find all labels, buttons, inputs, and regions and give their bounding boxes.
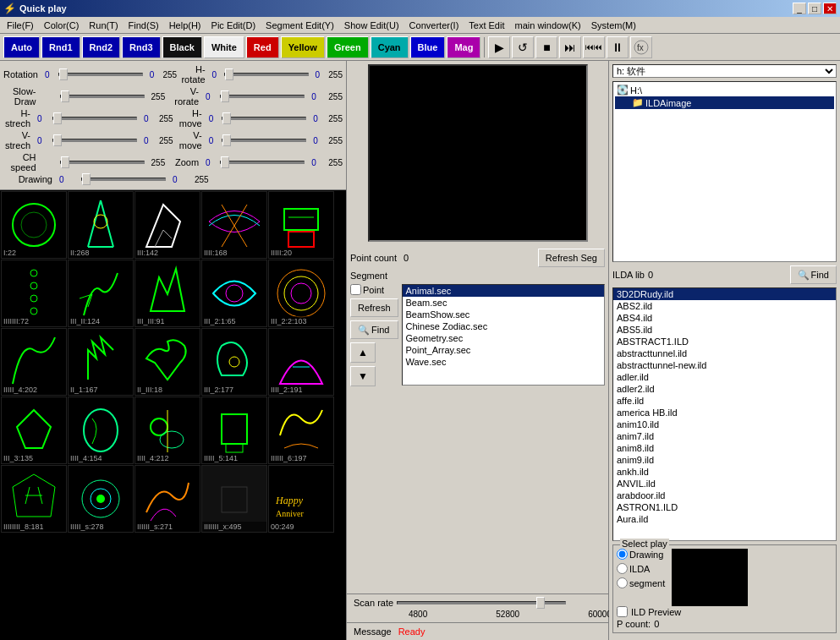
ilda-item-10[interactable]: america HB.ild	[613, 407, 836, 418]
menu-segment-edit[interactable]: Segment Edit(Y)	[261, 19, 339, 32]
ilda-item-3[interactable]: ABS5.ild	[613, 324, 836, 336]
menu-help[interactable]: Help(H)	[164, 19, 206, 32]
chspeed-slider[interactable]	[60, 161, 145, 164]
menu-find[interactable]: Find(S)	[124, 19, 164, 32]
find-ilda-button[interactable]: 🔍 Find	[790, 265, 837, 284]
drawing-radio[interactable]	[617, 549, 628, 560]
thumb-6[interactable]: IIIIIII:72	[1, 260, 67, 327]
ilda-item-19[interactable]: Aura.ild	[613, 513, 836, 525]
menu-color[interactable]: Color(C)	[39, 19, 85, 32]
seg-item-1[interactable]: Beam.sec	[403, 297, 604, 309]
menu-show-edit[interactable]: Show Edit(U)	[339, 19, 404, 32]
thumb-3[interactable]: III:142	[135, 191, 200, 259]
red-button[interactable]: Red	[246, 36, 279, 58]
menu-main-window[interactable]: main window(K)	[509, 19, 585, 32]
ilda-item-14[interactable]: anim9.ild	[613, 454, 836, 466]
thumb-5[interactable]: IIIII:20	[268, 191, 334, 259]
ilda-item-13[interactable]: anim8.ild	[613, 442, 836, 454]
maximize-button[interactable]: □	[808, 3, 821, 14]
slowdraw-slider[interactable]	[60, 95, 145, 98]
thumb-19[interactable]: IIIII_5:141	[201, 397, 267, 464]
seg-item-4[interactable]: Geometry.sec	[403, 332, 604, 344]
seg-item-5[interactable]: Point_Array.sec	[403, 344, 604, 356]
black-button[interactable]: Black	[162, 36, 202, 58]
thumb-10[interactable]: III_2:2:103	[268, 260, 334, 327]
ilda-item-4[interactable]: ABSTRACT1.ILD	[613, 336, 836, 347]
thumb-13[interactable]: II_III:18	[135, 328, 200, 396]
thumb-4[interactable]: IIII:168	[201, 191, 267, 259]
thumb-8[interactable]: III_III:91	[135, 260, 200, 327]
auto-button[interactable]: Auto	[3, 36, 40, 58]
segment-list[interactable]: Animal.sec Beam.sec BeamShow.sec Chinese…	[402, 284, 605, 386]
fx-button[interactable]: fx	[630, 36, 652, 58]
thumb-22[interactable]: IIIII_s:278	[68, 465, 134, 533]
stop-button[interactable]: ■	[535, 36, 557, 58]
ilda-radio[interactable]	[617, 563, 628, 574]
thumb-23[interactable]: IIIIII_s:271	[135, 465, 200, 533]
thumb-18[interactable]: IIII_4:212	[135, 397, 200, 464]
seg-item-0[interactable]: Animal.sec	[403, 285, 604, 297]
seg-item-6[interactable]: Wave.sec	[403, 356, 604, 368]
ilda-item-16[interactable]: ANVIL.ild	[613, 478, 836, 490]
hstrech-slider1[interactable]	[52, 117, 137, 120]
zoom-slider[interactable]	[220, 161, 305, 164]
menu-file[interactable]: File(F)	[2, 19, 39, 32]
rnd3-button[interactable]: Rnd3	[122, 36, 161, 58]
thumb-25[interactable]: Happy Anniver 00:249	[268, 465, 334, 533]
tree-folder-ilda[interactable]: 📁 ILDAimage	[615, 96, 834, 109]
segment-radio-label[interactable]: segment	[617, 577, 665, 588]
thumb-9[interactable]: III_2:1:65	[201, 260, 267, 327]
ilda-radio-label[interactable]: ILDA	[617, 563, 665, 574]
white-button[interactable]: White	[204, 36, 244, 58]
vmove-slider[interactable]	[222, 139, 306, 142]
ilda-item-7[interactable]: adler.ild	[613, 371, 836, 383]
ilda-item-17[interactable]: arabdoor.ild	[613, 490, 836, 501]
thumb-1[interactable]: I:22	[1, 191, 67, 259]
loop-button[interactable]: ↺	[512, 36, 534, 58]
ilda-item-18[interactable]: ASTRON1.ILD	[613, 501, 836, 513]
ilda-item-0[interactable]: 3D2DRudy.ild	[613, 288, 836, 300]
tree-root[interactable]: 💽 H:\	[615, 84, 834, 96]
refresh-button[interactable]: Refresh	[350, 298, 398, 317]
blue-button[interactable]: Blue	[410, 36, 446, 58]
drawing-slider[interactable]	[81, 178, 166, 181]
thumb-2[interactable]: II:268	[68, 191, 134, 259]
menu-pic-edit[interactable]: Pic Edit(D)	[206, 19, 261, 32]
refresh-seg-button[interactable]: Refresh Seg	[538, 249, 605, 267]
rotation-slider1[interactable]	[58, 73, 143, 76]
pause-button[interactable]: ⏸	[607, 36, 629, 58]
ilda-item-5[interactable]: abstracttunnel.ild	[613, 347, 836, 359]
ilda-file-list[interactable]: 3D2DRudy.ild ABS2.ild ABS4.ild ABS5.ild …	[612, 287, 837, 541]
thumb-11[interactable]: IIIII_4:202	[1, 328, 67, 396]
ilda-item-1[interactable]: ABS2.ild	[613, 300, 836, 312]
vstrech-slider1[interactable]	[52, 139, 137, 142]
cyan-button[interactable]: Cyan	[371, 36, 409, 58]
rnd1-button[interactable]: Rnd1	[41, 36, 80, 58]
ild-preview-checkbox[interactable]	[617, 606, 628, 617]
menu-run[interactable]: Run(T)	[84, 19, 123, 32]
prev-frame-button[interactable]: ⏮⏮	[583, 36, 605, 58]
thumb-7[interactable]: III_II:124	[68, 260, 134, 327]
mag-button[interactable]: Mag	[447, 36, 480, 58]
thumb-17[interactable]: IIII_4:154	[68, 397, 134, 464]
thumb-20[interactable]: IIIIII_6:197	[268, 397, 334, 464]
drawing-radio-label[interactable]: Drawing	[617, 549, 665, 560]
point-checkbox[interactable]	[350, 284, 361, 295]
menu-converter[interactable]: Converter(I)	[404, 19, 464, 32]
drive-selector[interactable]: h: 软件	[612, 64, 837, 78]
ilda-item-15[interactable]: ankh.ild	[613, 466, 836, 478]
yellow-button[interactable]: Yellow	[281, 36, 325, 58]
ilda-item-8[interactable]: adler2.ild	[613, 383, 836, 395]
thumb-12[interactable]: II_1:167	[68, 328, 134, 396]
close-button[interactable]: ✕	[823, 3, 837, 14]
menu-text-edit[interactable]: Text Edit	[464, 19, 509, 32]
ilda-item-12[interactable]: anim7.ild	[613, 430, 836, 442]
thumb-16[interactable]: III_3:135	[1, 397, 67, 464]
segment-radio[interactable]	[617, 577, 628, 588]
vrorate-slider[interactable]	[220, 95, 305, 98]
seg-down-button[interactable]: ▼	[350, 366, 376, 386]
point-checkbox-label[interactable]: Point	[350, 284, 398, 295]
seg-up-button[interactable]: ▲	[350, 342, 376, 363]
scan-rate-slider[interactable]	[397, 601, 566, 604]
rnd2-button[interactable]: Rnd2	[82, 36, 121, 58]
